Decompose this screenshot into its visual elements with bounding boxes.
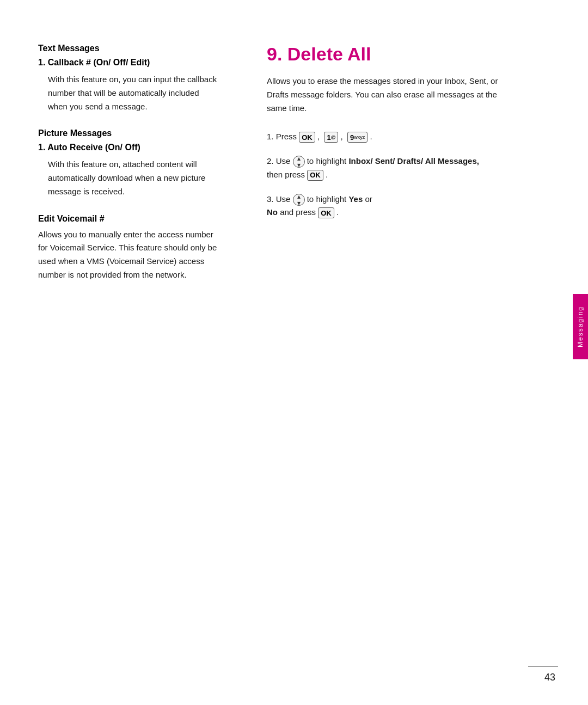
step-2: 2. Use ▴▾ to highlight Inbox/ Sent/ Draf… — [267, 155, 512, 182]
step2-bold-text: Inbox/ Sent/ Drafts/ All Messages, — [348, 156, 479, 165]
page-number: 43 — [544, 672, 555, 683]
auto-receive-heading: 1. Auto Receive (On/ Off) — [38, 143, 218, 152]
picture-messages-heading: Picture Messages — [38, 128, 218, 138]
step-3-content: 3. Use ▴▾ to highlight Yes or No and pre… — [267, 193, 512, 220]
picture-messages-section: Picture Messages 1. Auto Receive (On/ Of… — [38, 128, 218, 198]
callback-body: With this feature on, you can input the … — [48, 73, 218, 113]
page-container: Text Messages 1. Callback # (On/ Off/ Ed… — [0, 0, 588, 705]
messaging-sidebar-tab: Messaging — [573, 294, 588, 359]
step1-9-key: 9wxyz — [347, 132, 367, 143]
step3-middle: to highlight — [307, 194, 347, 204]
sidebar-label: Messaging — [577, 306, 584, 347]
step-2-content: 2. Use ▴▾ to highlight Inbox/ Sent/ Draf… — [267, 155, 512, 182]
text-messages-section: Text Messages 1. Callback # (On/ Off/ Ed… — [38, 44, 218, 113]
step-1: 1. Press OK , 1@ , 9wxyz . — [267, 130, 512, 144]
right-column: 9. Delete All Allows you to erase the me… — [240, 0, 555, 705]
step1-1-key: 1@ — [324, 132, 338, 143]
step2-ok-key: OK — [307, 170, 323, 181]
left-column: Text Messages 1. Callback # (On/ Off/ Ed… — [0, 0, 240, 705]
step3-suffix: and press — [280, 207, 316, 217]
chapter-title: 9. Delete All — [267, 44, 512, 65]
step2-suffix: then press — [267, 170, 305, 179]
step1-ok-key: OK — [299, 132, 315, 143]
step3-prefix: 3. Use — [267, 194, 290, 204]
intro-text: Allows you to erase the messages stored … — [267, 75, 512, 115]
edit-voicemail-body: Allows you to manually enter the access … — [38, 228, 218, 282]
edit-voicemail-heading: Edit Voicemail # — [38, 214, 218, 224]
step1-prefix: 1. Press — [267, 132, 297, 141]
step2-middle: to highlight — [307, 156, 347, 165]
chapter-title-text: Delete All — [287, 44, 371, 64]
callback-heading: 1. Callback # (On/ Off/ Edit) — [38, 58, 218, 68]
step3-or-text: or — [365, 194, 372, 204]
chapter-number: 9. — [267, 44, 282, 64]
text-messages-heading: Text Messages — [38, 44, 218, 53]
step3-nav-icon: ▴▾ — [293, 194, 305, 206]
step2-prefix: 2. Use — [267, 156, 290, 165]
edit-voicemail-section: Edit Voicemail # Allows you to manually … — [38, 214, 218, 282]
bottom-rule — [528, 666, 558, 667]
step2-nav-icon: ▴▾ — [293, 156, 305, 168]
step3-no-text: No — [267, 207, 278, 217]
step3-yes-text: Yes — [348, 194, 363, 204]
auto-receive-body: With this feature on, attached content w… — [48, 158, 218, 198]
step-1-content: 1. Press OK , 1@ , 9wxyz . — [267, 130, 512, 144]
step-3: 3. Use ▴▾ to highlight Yes or No and pre… — [267, 193, 512, 220]
step3-ok-key: OK — [318, 207, 334, 218]
